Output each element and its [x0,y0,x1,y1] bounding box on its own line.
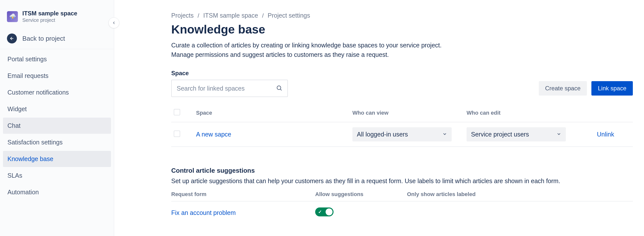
space-link[interactable]: A new sapce [196,131,231,138]
create-space-button[interactable]: Create space [539,81,587,96]
row-checkbox[interactable] [174,130,180,137]
breadcrumb-projects[interactable]: Projects [171,12,194,19]
article-suggestions-section: Control article suggestions Set up artic… [171,167,633,218]
chevron-down-icon [556,131,561,138]
check-icon: ✓ [318,209,322,215]
main-content: Projects / ITSM sample space / Project s… [114,0,644,236]
breadcrumb-separator: / [198,12,199,19]
sidebar-item-slas[interactable]: SLAs [3,168,111,184]
sidebar-item-automation[interactable]: Automation [3,184,111,200]
collapse-sidebar-button[interactable] [108,17,119,28]
page-title: Knowledge base [171,22,633,36]
back-label: Back to project [22,35,65,42]
sidebar: ⛈️ ITSM sample space Service project Bac… [0,0,114,236]
link-space-button[interactable]: Link space [592,81,633,96]
back-arrow-icon [7,34,17,44]
space-label: Space [171,70,633,77]
search-icon [276,85,282,92]
back-to-project-link[interactable]: Back to project [0,30,114,49]
sidebar-item-chat[interactable]: Chat [3,118,111,134]
col-allow: Allow suggestions [315,191,407,198]
svg-point-1 [277,86,281,90]
sidebar-item-knowledge-base[interactable]: Knowledge base [3,151,111,167]
request-form-link[interactable]: Fix an account problem [171,209,236,216]
suggestions-description: Set up article suggestions that can help… [171,178,633,185]
spaces-table: Space Who can view Who can edit A new sa… [171,104,633,147]
allow-suggestions-toggle[interactable]: ✓ [315,208,334,216]
select-all-checkbox[interactable] [174,109,180,116]
sidebar-item-widget[interactable]: Widget [3,101,111,117]
chevron-down-icon [442,131,447,138]
project-type: Service project [22,17,77,23]
breadcrumb-settings[interactable]: Project settings [268,12,310,19]
sidebar-item-customer-notifications[interactable]: Customer notifications [3,84,111,100]
project-title: ITSM sample space [22,10,77,17]
settings-nav: Portal settings Email requests Customer … [0,49,114,202]
chevron-left-icon [112,20,116,25]
breadcrumb-separator: / [262,12,264,19]
search-input[interactable] [171,80,288,97]
col-labeled: Only show articles labeled [407,191,633,198]
page-description: Curate a collection of articles by creat… [171,41,519,59]
project-header: ⛈️ ITSM sample space Service project [0,10,114,30]
unlink-button[interactable]: Unlink [597,131,614,138]
toggle-knob [326,208,332,216]
sidebar-item-satisfaction-settings[interactable]: Satisfaction settings [3,134,111,150]
sidebar-item-email-requests[interactable]: Email requests [3,68,111,84]
breadcrumb-project[interactable]: ITSM sample space [203,12,258,19]
who-can-edit-dropdown[interactable]: Service project users [466,127,566,142]
project-icon: ⛈️ [7,11,18,22]
suggestion-row: Fix an account problem ✓ [171,202,633,218]
col-edit: Who can edit [464,104,578,122]
col-space: Space [194,104,350,122]
sidebar-item-portal-settings[interactable]: Portal settings [3,51,111,67]
table-row: A new sapce All logged-in users [171,122,633,147]
suggestions-title: Control article suggestions [171,167,633,174]
search-linked-spaces [171,80,288,97]
svg-line-2 [280,89,282,90]
col-request-form: Request form [171,191,315,198]
col-view: Who can view [350,104,464,122]
who-can-view-dropdown[interactable]: All logged-in users [352,127,452,142]
breadcrumb: Projects / ITSM sample space / Project s… [171,12,633,19]
